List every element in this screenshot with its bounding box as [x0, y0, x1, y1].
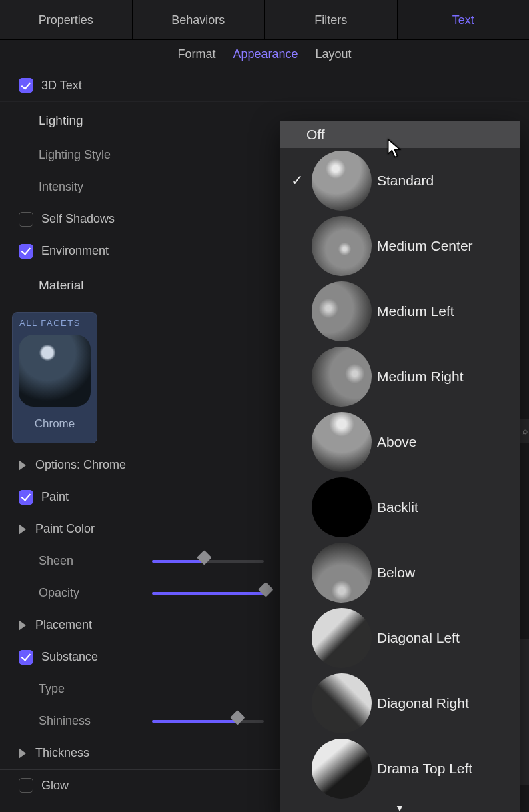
- material-thumbnail[interactable]: [19, 335, 91, 407]
- label-glow: Glow: [41, 779, 69, 793]
- menu-label-backlit: Backlit: [377, 499, 418, 515]
- sphere-preview-standard: [312, 151, 372, 211]
- material-facet-card[interactable]: ALL FACETS Chrome: [12, 312, 97, 443]
- label-opacity: Opacity: [39, 586, 132, 600]
- slider-sheen[interactable]: [152, 560, 264, 563]
- checkbox-paint[interactable]: [19, 490, 33, 505]
- sphere-preview-above: [312, 412, 372, 472]
- sphere-preview-medium-right: [312, 347, 372, 407]
- menu-label-diagonal-right: Diagonal Right: [377, 695, 469, 711]
- slider-opacity[interactable]: [152, 592, 264, 595]
- tab-behaviors[interactable]: Behaviors: [133, 0, 266, 39]
- slider-shininess[interactable]: [152, 720, 264, 723]
- disclosure-placement[interactable]: [19, 620, 26, 631]
- subtab-format[interactable]: Format: [177, 47, 215, 61]
- menu-label-medium-right: Medium Right: [377, 369, 464, 385]
- label-lighting: Lighting: [39, 113, 83, 128]
- menu-item-drama-top-left[interactable]: Drama Top Left: [280, 736, 520, 801]
- checkbox-substance[interactable]: [19, 650, 33, 665]
- material-thumb-label: Chrome: [13, 407, 97, 443]
- label-sheen: Sheen: [39, 554, 132, 568]
- menu-label-diagonal-left: Diagonal Left: [377, 630, 460, 646]
- menu-label-drama-top-left: Drama Top Left: [377, 761, 472, 777]
- label-thickness: Thickness: [35, 746, 89, 760]
- checkbox-environment[interactable]: [19, 244, 33, 259]
- menu-item-medium-right[interactable]: Medium Right: [280, 344, 520, 409]
- sphere-preview-diagonal-right: [312, 673, 372, 733]
- inspector-tabs: Properties Behaviors Filters Text: [0, 0, 529, 40]
- menu-item-medium-left[interactable]: Medium Left: [280, 279, 520, 344]
- label-lighting-style: Lighting Style: [39, 148, 111, 162]
- sphere-preview-medium-left: [312, 281, 372, 341]
- label-self-shadows: Self Shadows: [41, 212, 115, 226]
- menu-item-below[interactable]: Below: [280, 540, 520, 605]
- sphere-preview-drama-top-left: [312, 739, 372, 799]
- label-material: Material: [39, 278, 84, 293]
- sphere-preview-diagonal-left: [312, 608, 372, 668]
- text-subtabs: Format Appearance Layout: [0, 40, 529, 69]
- sphere-preview-backlit: [312, 477, 372, 537]
- label-paint: Paint: [41, 490, 69, 504]
- label-3d-text: 3D Text: [41, 79, 82, 93]
- sphere-preview-medium-center: [312, 216, 372, 276]
- menu-label-off: Off: [306, 127, 325, 143]
- menu-item-backlit[interactable]: Backlit: [280, 475, 520, 540]
- menu-scroll-down-icon[interactable]: ▼: [280, 801, 520, 812]
- menu-label-below: Below: [377, 565, 415, 581]
- label-environment: Environment: [41, 244, 109, 258]
- tab-text[interactable]: Text: [398, 0, 530, 39]
- menu-item-medium-center[interactable]: Medium Center: [280, 213, 520, 279]
- menu-item-off[interactable]: Off: [280, 121, 520, 148]
- menu-label-above: Above: [377, 434, 417, 450]
- label-substance: Substance: [41, 650, 98, 664]
- menu-item-diagonal-right[interactable]: Diagonal Right: [280, 671, 520, 736]
- facet-head: ALL FACETS: [13, 313, 97, 332]
- search-icon[interactable]: ⌕: [520, 419, 529, 443]
- menu-item-diagonal-left[interactable]: Diagonal Left: [280, 605, 520, 671]
- label-placement: Placement: [35, 618, 92, 632]
- checkbox-glow[interactable]: [19, 778, 33, 793]
- label-shininess: Shininess: [39, 714, 132, 728]
- menu-label-standard: Standard: [377, 173, 434, 189]
- label-options-chrome: Options: Chrome: [35, 458, 126, 472]
- right-edge-panel: [520, 639, 529, 785]
- tab-filters[interactable]: Filters: [265, 0, 398, 39]
- tab-properties[interactable]: Properties: [0, 0, 133, 39]
- sphere-preview-below: [312, 543, 372, 603]
- check-icon: ✓: [288, 172, 306, 189]
- label-intensity: Intensity: [39, 180, 83, 194]
- disclosure-thickness[interactable]: [19, 748, 26, 759]
- subtab-layout[interactable]: Layout: [316, 47, 352, 61]
- menu-label-medium-center: Medium Center: [377, 238, 473, 254]
- checkbox-self-shadows[interactable]: [19, 212, 33, 227]
- label-type: Type: [39, 682, 65, 696]
- menu-label-medium-left: Medium Left: [377, 303, 454, 319]
- disclosure-paint-color[interactable]: [19, 524, 26, 535]
- subtab-appearance[interactable]: Appearance: [233, 47, 298, 61]
- checkbox-3d-text[interactable]: [19, 78, 33, 93]
- disclosure-options[interactable]: [19, 460, 26, 471]
- row-3d-text: 3D Text: [0, 69, 529, 101]
- menu-item-standard[interactable]: ✓ Standard: [280, 148, 520, 213]
- menu-item-above[interactable]: Above: [280, 409, 520, 475]
- lighting-style-menu[interactable]: Off ✓ Standard Medium Center Medium Left…: [280, 121, 520, 812]
